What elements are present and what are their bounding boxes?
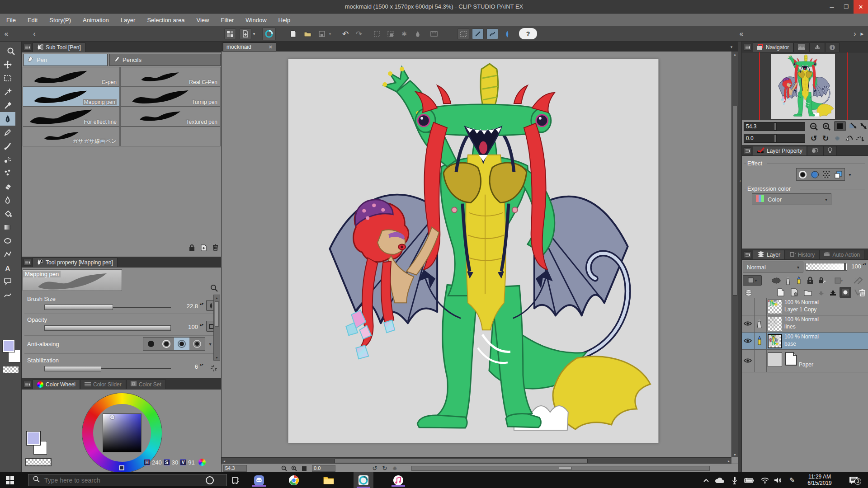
redo-icon[interactable]: ↷ [354, 28, 364, 39]
status-scroll-strip[interactable] [411, 466, 710, 471]
ruler-icon[interactable] [850, 275, 866, 286]
nav-fit-icon[interactable] [834, 121, 846, 131]
create-mask-icon[interactable] [840, 287, 851, 298]
clip-studio-logo-button[interactable] [262, 28, 276, 40]
fill-tool-icon[interactable] [0, 207, 15, 221]
minimize-button[interactable]: ─ [825, 0, 839, 14]
menu-layer[interactable]: Layer [121, 17, 136, 23]
zoom-tool-icon[interactable] [3, 44, 19, 58]
brush-item-gasagasa[interactable]: ガサガサ線画ペン [23, 127, 120, 146]
subtool-group-tab-pencils[interactable]: Pencils [109, 54, 221, 66]
workspace-grid-icon[interactable] [224, 28, 236, 39]
menu-selection-area[interactable]: Selection area [147, 17, 184, 23]
fill-drop-icon[interactable] [412, 29, 423, 39]
visibility-eye-icon[interactable] [744, 337, 752, 345]
eyedropper-tool-icon[interactable] [0, 99, 15, 112]
subview-tab[interactable] [793, 42, 810, 52]
lock-layer-icon[interactable] [805, 275, 815, 286]
effect-tone-icon[interactable] [809, 169, 821, 180]
navigator-zoom-slider[interactable]: 54.3 [744, 122, 805, 131]
deselect-icon[interactable] [372, 29, 382, 39]
layer-opacity-spinner[interactable]: ▴▾ [863, 263, 866, 266]
menu-view[interactable]: View [197, 17, 209, 23]
chrome-icon[interactable] [284, 474, 304, 487]
foreground-color-swatch[interactable] [2, 340, 15, 352]
menu-edit[interactable]: Edit [28, 17, 38, 23]
maximize-button[interactable]: ❐ [839, 0, 854, 14]
opacity-slider[interactable] [44, 325, 171, 331]
auto-select-tool-icon[interactable] [0, 85, 15, 99]
tab-list-icon[interactable]: ▾ [728, 43, 735, 51]
tool-property-tab[interactable]: Tool property [Mapping pen] [33, 258, 118, 267]
menu-story[interactable]: Story(P) [49, 17, 71, 23]
aa-strong-option[interactable] [189, 338, 205, 350]
panel-menu-icon[interactable] [24, 44, 31, 51]
transparent-color-swatch[interactable] [3, 366, 19, 373]
menu-animation[interactable]: Animation [83, 17, 109, 23]
effect-layer-color-icon[interactable] [833, 169, 845, 180]
color-slider-tab[interactable]: Color Slider [80, 380, 126, 389]
history-tab[interactable]: History [785, 250, 819, 259]
brush-item-gpen[interactable]: G-pen [23, 67, 120, 87]
sv-square[interactable] [103, 413, 142, 452]
undo-icon[interactable]: ↶ [340, 28, 351, 39]
property-search-icon[interactable] [209, 283, 219, 293]
battery-icon[interactable] [743, 476, 755, 485]
pen-pressure-icon[interactable] [502, 28, 513, 39]
move-tool-icon[interactable] [0, 58, 15, 71]
airbrush-tool-icon[interactable] [0, 153, 15, 166]
layer-row-paper[interactable]: Paper [742, 350, 868, 372]
eraser-tool-icon[interactable] [0, 180, 15, 193]
opacity-spinner[interactable]: ▴▾ [200, 323, 203, 326]
select-wand-icon[interactable]: ✱ [399, 28, 410, 39]
effect-border-icon[interactable] [797, 169, 809, 180]
menu-filter[interactable]: Filter [221, 17, 234, 23]
menu-file[interactable]: File [6, 17, 16, 23]
clock[interactable]: 11:29 AM 6/15/2019 [799, 474, 840, 487]
stabilization-slider[interactable] [44, 366, 171, 371]
search-input[interactable] [44, 477, 216, 484]
help-button[interactable]: ? [519, 28, 537, 39]
collapse-right-icon[interactable]: « [737, 29, 746, 38]
invert-selection-icon[interactable] [385, 29, 396, 39]
nav-flip-v-icon[interactable] [858, 121, 868, 131]
add-subtool-icon[interactable] [199, 243, 208, 252]
text-tool-icon[interactable]: A [0, 261, 15, 275]
pen-tool-icon[interactable] [0, 112, 15, 126]
layer-opacity-slider[interactable] [806, 263, 847, 271]
transparent-swatch[interactable] [25, 458, 52, 466]
music-app-icon[interactable] [388, 474, 408, 487]
navigator-thumbnail[interactable] [771, 54, 835, 119]
stabilization-value[interactable]: 6 [171, 363, 198, 370]
layer-property-tab[interactable]: Layer Property [753, 146, 807, 155]
expand-right2-icon[interactable]: ▶ [859, 29, 865, 38]
lock-subtool-icon[interactable] [187, 243, 196, 252]
lock-transparent-icon[interactable] [817, 275, 827, 286]
aa-dropdown-icon[interactable]: ▾ [207, 341, 213, 347]
hue-cursor[interactable] [119, 465, 124, 470]
layer-thumbnail[interactable] [768, 352, 782, 367]
layer-row-layer1-copy[interactable]: 100 % Normal Layer 1 Copy [742, 298, 868, 315]
nav-rotate-ccw-icon[interactable]: ↺ [808, 133, 820, 143]
brush-item-textured-pen[interactable]: Textured pen [120, 107, 221, 127]
canvas-zoom-field[interactable]: 54.3 [223, 465, 247, 472]
balloon-tool-icon[interactable] [0, 275, 15, 288]
merge-down-icon[interactable] [828, 287, 838, 297]
effect-halftone-icon[interactable] [821, 169, 833, 180]
visibility-eye-icon[interactable] [744, 357, 752, 365]
notification-icon[interactable]: 3 [846, 474, 862, 486]
selection-tool-icon[interactable] [0, 71, 15, 85]
start-button[interactable] [0, 474, 20, 487]
menu-window[interactable]: Window [245, 17, 266, 23]
save-icon[interactable] [316, 29, 327, 39]
figure-tool-icon[interactable] [0, 234, 15, 248]
canvas-vscrollbar[interactable]: ▴ ▾ [731, 52, 738, 457]
layer-name[interactable]: Layer 1 Copy [784, 306, 816, 313]
navigator-rotate-slider[interactable]: 0.0 [744, 134, 805, 143]
quick-mask-icon[interactable] [771, 276, 782, 285]
navigator-preview[interactable] [742, 52, 868, 120]
transfer-down-icon[interactable] [816, 287, 826, 297]
aa-medium-option[interactable] [174, 338, 189, 350]
layer-thumbnail-dropdown[interactable]: ▾ [743, 275, 762, 286]
snap-ruler-icon[interactable] [429, 29, 439, 39]
